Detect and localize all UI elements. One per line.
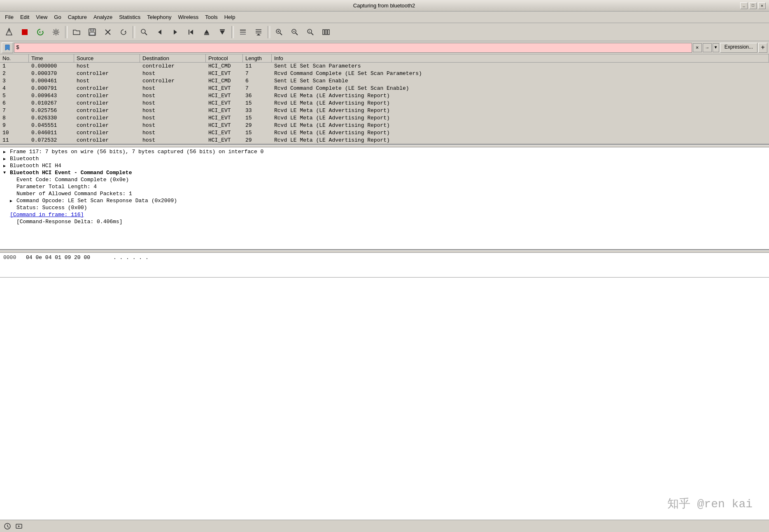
svg-line-33 <box>296 33 298 35</box>
detail-item-frame[interactable]: ▶Frame 117: 7 bytes on wire (56 bits), 7… <box>0 148 769 155</box>
menu-statistics[interactable]: Statistics <box>116 13 144 21</box>
cell-time: 0.000000 <box>29 63 74 69</box>
save-button[interactable] <box>85 25 100 39</box>
resize-columns-button[interactable] <box>319 25 333 39</box>
table-row[interactable]: 7 0.025756 controller host HCI_EVT 33 Rc… <box>0 107 769 114</box>
cell-no: 7 <box>0 107 29 114</box>
cell-source: host <box>74 63 140 69</box>
hex-bytes: 04 0e 04 01 09 20 00 <box>26 254 90 261</box>
cell-source: controller <box>74 115 140 121</box>
packet-list-body[interactable]: 1 0.000000 host controller HCI_CMD 11 Se… <box>0 63 769 144</box>
menu-analyze[interactable]: Analyze <box>90 13 116 21</box>
cell-proto: HCI_EVT <box>206 93 243 99</box>
filter-clear-button[interactable]: ✕ <box>693 43 702 52</box>
reload-button[interactable] <box>116 25 131 39</box>
table-row[interactable]: 8 0.026330 controller host HCI_EVT 15 Rc… <box>0 114 769 122</box>
table-row[interactable]: 4 0.000791 controller host HCI_EVT 7 Rcv… <box>0 85 769 92</box>
detail-link-cmd-frame[interactable]: [Command in frame: 116] <box>10 212 84 218</box>
status-icon-capture <box>15 522 23 530</box>
stop-capture-button[interactable] <box>17 25 32 39</box>
expand-arrow-bt-hci-event: ▼ <box>3 170 8 175</box>
detail-item-num-packets: Number of Allowed Command Packets: 1 <box>0 190 769 197</box>
zoom-normal-button[interactable]: 1 <box>303 25 318 39</box>
filter-input[interactable] <box>16 44 690 51</box>
menu-wireless[interactable]: Wireless <box>175 13 202 21</box>
detail-item-bluetooth[interactable]: ▶Bluetooth <box>0 155 769 162</box>
zoom-in-button[interactable] <box>272 25 287 39</box>
table-row[interactable]: 2 0.000370 controller host HCI_EVT 7 Rcv… <box>0 70 769 77</box>
go-forward-button[interactable] <box>168 25 183 39</box>
svg-marker-16 <box>190 30 193 35</box>
go-back-button[interactable] <box>152 25 167 39</box>
watermark-area: 知乎 @ren kai <box>0 278 769 520</box>
table-row[interactable]: 5 0.009643 controller host HCI_EVT 36 Rc… <box>0 92 769 100</box>
menu-help[interactable]: Help <box>221 13 239 21</box>
cell-info: Rcvd LE Meta (LE Advertising Report) <box>272 93 769 99</box>
filter-apply-button[interactable]: → <box>703 43 712 52</box>
cell-proto: HCI_EVT <box>206 85 243 91</box>
cell-len: 15 <box>243 115 272 121</box>
expand-arrow-bluetooth: ▶ <box>3 156 8 161</box>
menu-go[interactable]: Go <box>51 13 64 21</box>
expression-button[interactable]: Expression... <box>720 43 757 53</box>
go-first-button[interactable] <box>184 25 198 39</box>
cell-time: 0.000461 <box>29 78 74 84</box>
detail-item-bt-hci-h4[interactable]: ▶Bluetooth HCI H4 <box>0 162 769 169</box>
detail-text-status: Status: Success (0x00) <box>16 205 87 211</box>
cell-dest: host <box>140 93 206 99</box>
table-row[interactable]: 11 0.072532 controller host HCI_EVT 29 R… <box>0 137 769 144</box>
col-header-proto[interactable]: Protocol <box>206 54 243 62</box>
filter-dropdown-button[interactable]: ▼ <box>713 43 719 52</box>
close-capture-button[interactable] <box>100 25 115 39</box>
svg-rect-2 <box>22 29 28 35</box>
find-packet-button[interactable] <box>137 25 151 39</box>
svg-marker-17 <box>204 30 209 34</box>
filter-bar: ✕ → ▼ Expression... + <box>0 41 769 54</box>
filter-bookmark-button[interactable] <box>2 42 13 53</box>
detail-item-cmd-frame[interactable]: [Command in frame: 116] <box>0 211 769 218</box>
minimize-button[interactable]: _ <box>740 2 748 9</box>
menu-tools[interactable]: Tools <box>202 13 221 21</box>
colorize-button[interactable] <box>235 25 250 39</box>
svg-rect-38 <box>323 30 324 35</box>
table-row[interactable]: 9 0.045551 controller host HCI_EVT 29 Rc… <box>0 122 769 129</box>
scroll-down-button[interactable] <box>215 25 230 39</box>
auto-scroll-button[interactable] <box>251 25 266 39</box>
filter-plus-button[interactable]: + <box>758 43 767 53</box>
detail-item-bt-hci-event[interactable]: ▼Bluetooth HCI Event - Command Complete <box>0 169 769 176</box>
cell-info: Rcvd Command Complete (LE Set Scan Enabl… <box>272 85 769 91</box>
open-file-button[interactable] <box>69 25 84 39</box>
cell-info: Rcvd LE Meta (LE Advertising Report) <box>272 137 769 143</box>
col-header-time[interactable]: Time <box>29 54 74 62</box>
table-row[interactable]: 6 0.010267 controller host HCI_EVT 15 Rc… <box>0 100 769 107</box>
cell-proto: HCI_EVT <box>206 70 243 77</box>
menu-telephony[interactable]: Telephony <box>144 13 175 21</box>
menu-capture[interactable]: Capture <box>65 13 90 21</box>
toolbar-separator-1 <box>65 26 68 38</box>
table-row[interactable]: 3 0.000461 host controller HCI_CMD 6 Sen… <box>0 77 769 85</box>
cell-time: 0.045551 <box>29 122 74 128</box>
col-header-info[interactable]: Info <box>272 54 769 62</box>
detail-section[interactable]: ▶Frame 117: 7 bytes on wire (56 bits), 7… <box>0 147 769 250</box>
maximize-button[interactable]: □ <box>749 2 757 9</box>
col-header-source[interactable]: Source <box>74 54 140 62</box>
scroll-up-button[interactable] <box>199 25 214 39</box>
table-row[interactable]: 1 0.000000 host controller HCI_CMD 11 Se… <box>0 63 769 70</box>
col-header-no[interactable]: No. <box>0 54 29 62</box>
col-header-dest[interactable]: Destination <box>140 54 206 62</box>
svg-line-29 <box>280 33 282 35</box>
detail-item-cmd-delta: [Command-Response Delta: 0.406ms] <box>0 218 769 225</box>
menu-file[interactable]: File <box>2 13 17 21</box>
detail-item-cmd-opcode[interactable]: ▶Command Opcode: LE Set Scan Response Da… <box>0 197 769 204</box>
wireshark-logo-button[interactable] <box>2 25 16 39</box>
restart-capture-button[interactable] <box>33 25 48 39</box>
menu-view[interactable]: View <box>33 13 51 21</box>
svg-marker-3 <box>42 30 43 32</box>
capture-options-button[interactable] <box>49 25 63 39</box>
col-header-len[interactable]: Length <box>243 54 272 62</box>
close-button[interactable]: ✕ <box>758 2 766 9</box>
menu-edit[interactable]: Edit <box>17 13 33 21</box>
zoom-out-button[interactable] <box>287 25 302 39</box>
table-row[interactable]: 10 0.046011 controller host HCI_EVT 15 R… <box>0 129 769 137</box>
cell-no: 5 <box>0 93 29 99</box>
